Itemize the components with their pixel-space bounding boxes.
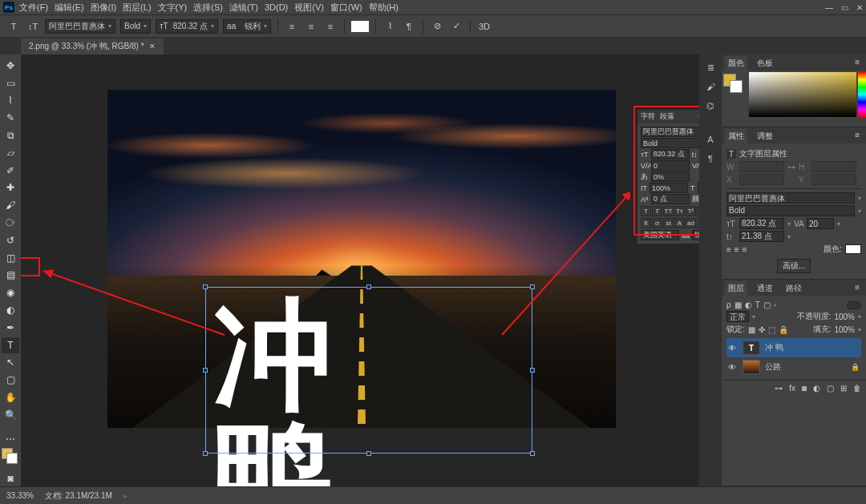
fill-value[interactable]: 100% — [834, 325, 855, 334]
font-style-dropdown[interactable]: Bold▾ — [120, 19, 151, 34]
quick-select-tool-icon[interactable]: ✎ — [2, 110, 19, 126]
edit-toolbar-icon[interactable]: ⋯ — [2, 431, 19, 447]
blend-mode-dropdown[interactable]: 正常 — [726, 311, 749, 322]
group-icon[interactable]: ▢ — [827, 384, 834, 393]
layer-row[interactable]: 👁 公路 🔒 — [726, 357, 861, 377]
font-size-dropdown[interactable]: тT820.32 点▾ — [156, 19, 218, 34]
zoom-level[interactable]: 33.33% — [6, 491, 34, 500]
advanced-button[interactable]: 高级... — [777, 259, 811, 273]
align-left-icon2[interactable]: ≡ — [726, 245, 731, 254]
hand-tool-icon[interactable]: ✋ — [2, 389, 19, 405]
window-restore-icon[interactable]: ▭ — [841, 3, 848, 12]
align-right-icon2[interactable]: ≡ — [743, 245, 747, 254]
hue-slider[interactable] — [858, 72, 866, 117]
swatches-tab[interactable]: 色板 — [754, 56, 776, 71]
prop-size[interactable] — [739, 218, 784, 229]
align-left-icon[interactable]: ≡ — [285, 19, 299, 34]
align-center-icon2[interactable]: ≡ — [734, 245, 739, 254]
pen-tool-icon[interactable]: ✒ — [2, 320, 19, 336]
canvas-area[interactable]: 冲 鸭 字符 段落 » ≡ 阿里巴巴普惠体▾ Bold▾ тT 820.32 点… — [21, 54, 699, 486]
menu-edit[interactable]: 编辑(E) — [55, 2, 84, 14]
text-layer-bbox[interactable]: 冲 鸭 — [213, 295, 524, 446]
layer-style-icon[interactable]: fx — [789, 384, 795, 393]
prop-h-input[interactable] — [811, 161, 856, 172]
layers-tab[interactable]: 图层 — [725, 281, 747, 296]
background-color-swatch[interactable] — [6, 453, 18, 464]
shape-tool-icon[interactable]: ▢ — [2, 372, 19, 388]
adjustment-layer-icon[interactable]: ◐ — [813, 384, 820, 393]
bg-color-swatch[interactable] — [730, 80, 743, 93]
brush-tool-icon[interactable]: 🖌 — [2, 197, 19, 213]
commit-icon[interactable]: ✓ — [449, 19, 463, 34]
menu-view[interactable]: 视图(V) — [294, 2, 324, 14]
prop-font-style[interactable]: Bold — [726, 205, 855, 216]
cancel-icon[interactable]: ⊘ — [430, 19, 444, 34]
prop-w-input[interactable] — [739, 161, 784, 172]
history-panel-icon[interactable]: ≣ — [704, 61, 717, 74]
adjust-tab[interactable]: 调整 — [754, 129, 776, 143]
warp-text-icon[interactable]: ⌇ — [382, 19, 397, 34]
channels-tab[interactable]: 通道 — [754, 281, 776, 296]
menu-file[interactable]: 文件(F) — [19, 2, 48, 14]
prop-font-family[interactable]: 阿里巴巴普惠体 — [726, 192, 855, 204]
eraser-tool-icon[interactable]: ◫ — [2, 250, 19, 266]
align-right-icon[interactable]: ≡ — [323, 19, 338, 34]
brush-panel-icon[interactable]: 🖌 — [704, 80, 717, 93]
filter-adjust-icon[interactable]: ◐ — [745, 300, 752, 309]
delete-layer-icon[interactable]: 🗑 — [853, 384, 861, 393]
prop-x-input[interactable] — [739, 174, 784, 185]
lock-pixels-icon[interactable]: ▦ — [748, 325, 755, 334]
brush-settings-icon[interactable]: ⌬ — [704, 99, 717, 112]
prop-color-swatch[interactable] — [845, 244, 861, 254]
layers-menu-icon[interactable]: ≡ — [852, 281, 863, 296]
align-center-icon[interactable]: ≡ — [304, 19, 318, 34]
prop-leading[interactable] — [739, 231, 784, 242]
menu-window[interactable]: 窗口(W) — [330, 2, 362, 14]
opacity-value[interactable]: 100% — [834, 312, 855, 321]
prop-tracking[interactable] — [807, 218, 834, 229]
color-panel-menu-icon[interactable]: ≡ — [852, 56, 863, 71]
filter-smart-icon[interactable]: ▫ — [774, 300, 777, 309]
new-layer-icon[interactable]: ⊞ — [840, 384, 847, 393]
type-tool-icon[interactable]: T — [2, 337, 19, 353]
char-panel-icon[interactable]: ¶ — [402, 19, 416, 34]
menu-select[interactable]: 选择(S) — [193, 2, 223, 14]
menu-type[interactable]: 文字(Y) — [158, 2, 188, 14]
layer-name[interactable]: 公路 — [765, 361, 781, 373]
link-layers-icon[interactable]: ⊶ — [775, 384, 783, 393]
orientation-toggle-icon[interactable]: ↕T — [26, 19, 40, 34]
layer-name[interactable]: 冲 鸭 — [765, 342, 783, 353]
history-brush-tool-icon[interactable]: ↺ — [2, 232, 19, 248]
quick-mask-icon[interactable]: ◙ — [2, 470, 19, 486]
link-icon[interactable]: ⊶ — [787, 163, 795, 171]
dodge-tool-icon[interactable]: ◐ — [2, 302, 19, 318]
visibility-icon[interactable]: 👁 — [728, 344, 738, 353]
gradient-tool-icon[interactable]: ▤ — [2, 268, 19, 284]
font-family-dropdown[interactable]: 阿里巴巴普惠体▾ — [45, 19, 115, 34]
prop-y-input[interactable] — [811, 174, 856, 185]
path-select-tool-icon[interactable]: ↖ — [2, 355, 19, 371]
menu-help[interactable]: 帮助(H) — [369, 2, 399, 14]
layer-mask-icon[interactable]: ◙ — [802, 384, 807, 393]
lock-position-icon[interactable]: ✜ — [759, 325, 765, 334]
eyedropper-tool-icon[interactable]: ✐ — [2, 163, 19, 179]
text-color-swatch[interactable] — [351, 21, 369, 32]
menu-3d[interactable]: 3D(D) — [265, 2, 288, 12]
layer-row[interactable]: 👁 T 冲 鸭 — [726, 338, 861, 357]
lasso-tool-icon[interactable]: ⌇ — [2, 93, 19, 109]
char-panel-toggle-icon[interactable]: A — [704, 133, 717, 146]
anti-alias-dropdown[interactable]: аа 锐利▾ — [223, 19, 271, 34]
visibility-icon[interactable]: 👁 — [728, 363, 738, 372]
color-tab[interactable]: 颜色 — [725, 56, 747, 71]
filter-type-icon[interactable]: T — [755, 300, 760, 309]
zoom-tool-icon[interactable]: 🔍 — [2, 407, 19, 423]
frame-tool-icon[interactable]: ▱ — [2, 145, 19, 161]
filter-icon[interactable]: ρ — [726, 300, 731, 309]
lock-all-icon[interactable]: 🔒 — [779, 325, 788, 334]
move-tool-icon[interactable]: ✥ — [2, 58, 19, 74]
crop-tool-icon[interactable]: ⧉ — [2, 127, 19, 143]
filter-pixel-icon[interactable]: ▦ — [734, 300, 742, 309]
props-menu-icon[interactable]: ≡ — [852, 129, 863, 143]
healing-tool-icon[interactable]: ✚ — [2, 180, 19, 196]
doc-info[interactable]: 文档: 23.1M/23.1M — [45, 490, 112, 502]
